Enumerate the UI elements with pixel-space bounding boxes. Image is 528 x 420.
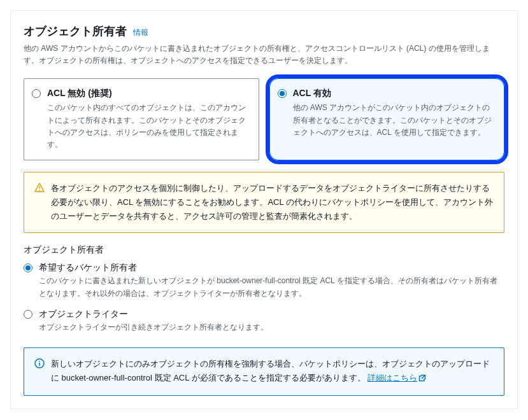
info-alert-body: 新しいオブジェクトにのみオブジェクトの所有権を強制する場合、バケットポリシーは、… xyxy=(51,357,494,386)
warning-icon xyxy=(34,183,45,193)
svg-rect-0 xyxy=(39,186,40,189)
acl-enabled-option[interactable]: ACL 有効 他の AWS アカウントがこのバケット内のオブジェクトの所有者とな… xyxy=(269,78,505,160)
owner-writer-desc: オブジェクトライターが引き続きオブジェクト所有者となります。 xyxy=(39,321,504,333)
owner-writer-option[interactable]: オブジェクトライター オブジェクトライターが引き続きオブジェクト所有者となります… xyxy=(24,309,504,333)
radio-icon xyxy=(24,263,32,272)
svg-rect-4 xyxy=(39,361,40,362)
acl-disabled-option[interactable]: ACL 無効 (推奨) このバケット内のすべてのオブジェクトは、このアカウントに… xyxy=(24,78,259,160)
warning-alert: 各オブジェクトのアクセスを個別に制御したり、アップロードするデータをオブジェクト… xyxy=(24,172,504,233)
panel-header: オブジェクト所有者 情報 xyxy=(24,24,504,39)
owner-preferred-desc: このバケットに書き込まれた新しいオブジェクトが bucket-owner-ful… xyxy=(39,275,504,299)
info-link[interactable]: 情報 xyxy=(133,28,148,37)
svg-rect-3 xyxy=(39,363,40,366)
radio-icon xyxy=(32,89,41,98)
object-ownership-panel: オブジェクト所有者 情報 他の AWS アカウントからこのバケットに書き込まれた… xyxy=(10,10,518,409)
acl-options-row: ACL 無効 (推奨) このバケット内のすべてのオブジェクトは、このアカウントに… xyxy=(24,78,504,160)
acl-disabled-desc: このバケット内のすべてのオブジェクトは、このアカウントによって所有されます。この… xyxy=(47,102,250,151)
svg-rect-1 xyxy=(39,190,40,191)
owner-section: オブジェクト所有者 希望するバケット所有者 このバケットに書き込まれた新しいオブ… xyxy=(24,244,504,333)
learn-more-link[interactable]: 詳細はこちら xyxy=(367,373,426,382)
panel-description: 他の AWS アカウントからこのバケットに書き込まれたオブジェクトの所有権と、ア… xyxy=(24,43,504,67)
acl-enabled-title: ACL 有効 xyxy=(293,88,496,99)
radio-icon xyxy=(24,310,32,319)
owner-preferred-option[interactable]: 希望するバケット所有者 このバケットに書き込まれた新しいオブジェクトが buck… xyxy=(24,262,504,299)
acl-enabled-desc: 他の AWS アカウントがこのバケット内のオブジェクトの所有者となることができま… xyxy=(293,102,496,139)
external-link-icon xyxy=(418,372,426,386)
radio-icon xyxy=(278,89,287,98)
info-alert: 新しいオブジェクトにのみオブジェクトの所有権を強制する場合、バケットポリシーは、… xyxy=(24,347,504,396)
warning-text: 各オブジェクトのアクセスを個別に制御したり、アップロードするデータをオブジェクト… xyxy=(51,181,494,223)
owner-preferred-title: 希望するバケット所有者 xyxy=(39,262,504,274)
info-icon xyxy=(34,358,45,368)
panel-title: オブジェクト所有者 xyxy=(24,25,127,38)
owner-section-label: オブジェクト所有者 xyxy=(24,244,504,256)
acl-disabled-title: ACL 無効 (推奨) xyxy=(47,88,250,99)
owner-writer-title: オブジェクトライター xyxy=(39,309,504,320)
